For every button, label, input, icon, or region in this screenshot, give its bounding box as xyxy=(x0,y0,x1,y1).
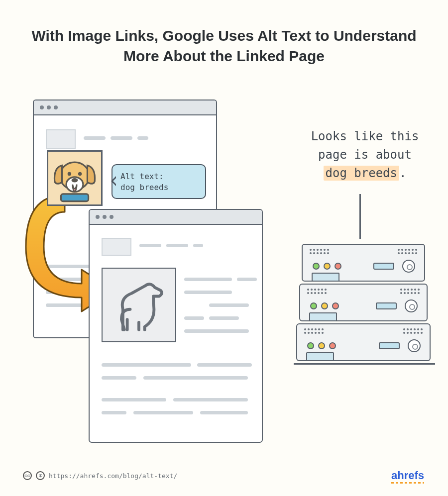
text-line xyxy=(84,136,106,140)
text-line xyxy=(184,329,249,333)
caption-line: Looks like this xyxy=(311,129,419,143)
slot-icon xyxy=(373,263,394,270)
placeholder-image xyxy=(46,129,76,149)
brand-text: ahrefs xyxy=(391,469,424,482)
brand-underline xyxy=(391,482,424,484)
text-line xyxy=(143,376,248,380)
server-unit xyxy=(299,284,428,321)
dog-face-icon xyxy=(47,150,103,206)
led-icon xyxy=(310,302,317,309)
window-dot xyxy=(103,215,107,219)
knob-icon xyxy=(405,299,418,312)
base-line xyxy=(294,363,435,365)
page-title: With Image Links, Google Uses Alt Text t… xyxy=(25,26,423,66)
window-titlebar xyxy=(90,210,262,225)
text-line xyxy=(102,363,191,367)
svg-point-3 xyxy=(68,172,71,176)
text-line xyxy=(173,398,248,401)
text-line xyxy=(184,316,204,320)
window-dot xyxy=(54,105,58,109)
text-line xyxy=(184,291,232,294)
led-icon xyxy=(335,263,341,270)
window-dot xyxy=(40,105,44,109)
text-line xyxy=(209,303,249,307)
text-line xyxy=(133,411,193,414)
slot-icon xyxy=(379,342,400,349)
text-line xyxy=(139,244,161,247)
text-line xyxy=(197,363,252,367)
knob-icon xyxy=(402,260,415,273)
slot-icon xyxy=(376,302,397,309)
footer: CC ① https://ahrefs.com/blog/alt-text/ xyxy=(23,471,177,480)
footer-url: https://ahrefs.com/blog/alt-text/ xyxy=(49,472,177,480)
text-line xyxy=(102,376,136,380)
connector-line xyxy=(359,194,361,239)
server-foot xyxy=(309,312,337,321)
text-line xyxy=(111,136,132,140)
placeholder-image xyxy=(102,238,131,256)
svg-rect-5 xyxy=(61,194,88,201)
led-icon xyxy=(321,302,328,309)
led-icon xyxy=(324,263,331,270)
svg-point-4 xyxy=(78,172,82,176)
text-line xyxy=(193,244,203,247)
server-foot xyxy=(312,273,339,282)
led-icon xyxy=(307,342,314,349)
text-line xyxy=(200,411,248,414)
server-caption: Looks like this page is about dog breeds… xyxy=(298,127,432,183)
server-foot xyxy=(306,352,334,361)
server-unit xyxy=(302,244,425,282)
text-line xyxy=(184,278,232,281)
window-dot xyxy=(47,105,51,109)
text-line xyxy=(137,136,148,140)
caption-line: page is about xyxy=(318,148,412,162)
window-dot xyxy=(96,215,100,219)
knob-icon xyxy=(408,339,421,352)
caption-tail: . xyxy=(399,166,406,180)
text-line xyxy=(102,398,166,401)
server-stack-icon xyxy=(294,244,433,365)
led-icon xyxy=(332,302,339,309)
window-titlebar xyxy=(34,100,216,115)
text-line xyxy=(166,244,188,247)
window-dot xyxy=(110,215,113,219)
led-icon xyxy=(329,342,336,349)
browser-window-target xyxy=(89,209,263,443)
text-line xyxy=(102,411,126,414)
text-line xyxy=(237,278,257,281)
led-icon xyxy=(318,342,325,349)
server-unit xyxy=(296,323,431,361)
text-line xyxy=(209,316,239,320)
alt-text-label: Alt text: xyxy=(120,172,164,181)
by-icon: ① xyxy=(36,471,45,480)
alt-text-bubble: Alt text: dog breeds xyxy=(112,164,206,199)
cc-icon: CC xyxy=(23,471,32,480)
caption-highlight: dog breeds xyxy=(324,166,400,181)
svg-point-2 xyxy=(72,178,78,182)
led-icon xyxy=(313,263,320,270)
alt-text-value: dog breeds xyxy=(120,183,168,192)
dog-outline-icon xyxy=(102,268,176,342)
brand-logo: ahrefs xyxy=(391,469,424,482)
